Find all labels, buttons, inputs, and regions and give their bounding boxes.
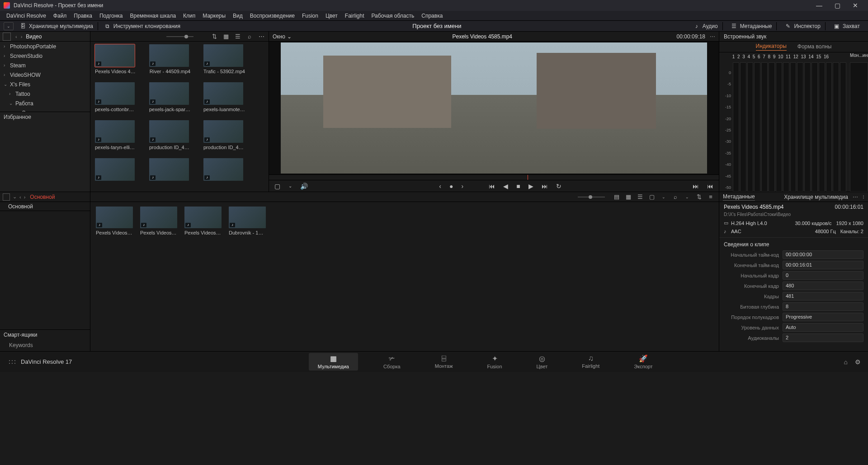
chevron-down-icon[interactable]: ⌄ [684, 193, 691, 201]
viewer-mode-select[interactable]: Окно⌄ [273, 33, 292, 40]
pool-view-strip-icon[interactable]: ▤ [613, 193, 620, 201]
favorites-section[interactable]: Избранное [0, 112, 90, 122]
pool-opt-icon[interactable]: ≡ [707, 193, 714, 201]
pool-clip[interactable]: ♪Pexels Videos 141... [96, 207, 133, 235]
pool-clip[interactable]: ♪Pexels Videos 139... [140, 207, 177, 235]
minimize-button[interactable]: — [810, 2, 828, 9]
meta-field-value[interactable]: 2 [783, 333, 863, 342]
tree-item[interactable]: ⌄X's Files [0, 80, 90, 89]
menu-davinci resolve[interactable]: DaVinci Resolve [3, 13, 50, 19]
page-fusion[interactable]: ✦Fusion [478, 353, 511, 371]
menu-правка[interactable]: Правка [70, 13, 96, 19]
pool-search-icon[interactable]: ⌕ [672, 193, 679, 201]
tree-item[interactable]: ⌄Работа [0, 99, 90, 108]
menu-маркеры[interactable]: Маркеры [199, 13, 229, 19]
pool-view-thumb-icon[interactable]: ▦ [625, 193, 632, 201]
tree-item[interactable]: ›VideoSHOW [0, 70, 90, 80]
meta-field-value[interactable]: Auto [783, 323, 863, 332]
bin-master[interactable]: Основной [0, 202, 90, 211]
metadata-panel-toggle[interactable]: ☰Метаданные [726, 22, 777, 30]
pool-thumb-slider[interactable] [578, 197, 605, 197]
bins-back[interactable]: ‹ [19, 194, 21, 200]
meta-field-value[interactable]: 480 [783, 282, 863, 290]
meta-field-value[interactable]: 8 [783, 302, 863, 311]
mark-clip-icon[interactable]: ● [449, 183, 453, 190]
nav-back[interactable]: ‹ [14, 34, 19, 39]
tree-item[interactable]: ›PhotoshopPortable [0, 42, 90, 51]
page-монтаж[interactable]: ⌸Монтаж [426, 353, 462, 371]
go-last-icon[interactable]: ⏭ [542, 183, 548, 190]
menu-воспроизведение[interactable]: Воспроизведение [246, 13, 298, 19]
match-frame-icon[interactable]: ▢ [274, 183, 280, 190]
menu-клип[interactable]: Клип [179, 13, 199, 19]
chevron-down-icon[interactable]: ⌄ [660, 193, 667, 201]
menu-цвет[interactable]: Цвет [322, 13, 341, 19]
tab-indicators[interactable]: Индикаторы [756, 43, 787, 51]
page-экспорт[interactable]: 🚀Экспорт [625, 353, 661, 371]
media-thumbnail[interactable]: ♪Trafic - 53902.mp4 [203, 44, 245, 74]
go-first-icon[interactable]: ⏮ [489, 183, 495, 190]
page-мультимедиа[interactable]: ▦Мультимедиа [309, 353, 358, 371]
menu-рабочая область[interactable]: Рабочая область [368, 13, 418, 19]
menu-временная шкала[interactable]: Временная шкала [127, 13, 180, 19]
meta-more-icon[interactable]: ⋯ [853, 194, 858, 200]
media-thumbnail[interactable]: ♪production ID_43407... [203, 120, 245, 150]
play-icon[interactable]: ▶ [528, 183, 533, 190]
tab-metadata[interactable]: Метаданные [723, 193, 755, 201]
audio-panel-toggle[interactable]: ♪Аудио [689, 22, 723, 30]
menu-справка[interactable]: Справка [418, 13, 446, 19]
video-frame[interactable] [281, 42, 707, 174]
pool-clip[interactable]: ♪Dubrovnik - 1286... [229, 207, 266, 235]
meta-options-icon[interactable]: ⁝ [863, 194, 864, 200]
clone-tool-toggle[interactable]: ⧉Инструмент клонирования [100, 22, 185, 30]
menu-fusion[interactable]: Fusion [298, 13, 322, 19]
page-fairlight[interactable]: ♫Fairlight [573, 353, 609, 371]
media-thumbnail[interactable]: ♪pexels-cottonbro-54... [95, 82, 137, 112]
search-icon[interactable]: ⌕ [246, 33, 253, 40]
media-thumbnail[interactable]: ♪ [149, 158, 191, 183]
page-цвет[interactable]: ◎Цвет [528, 353, 557, 371]
browser-more-icon[interactable]: ⋯ [258, 33, 265, 40]
smart-bins-section[interactable]: Смарт-ящики [0, 329, 90, 339]
view-thumb-icon[interactable]: ▦ [222, 33, 230, 40]
play-reverse-icon[interactable]: ◀ [503, 183, 508, 190]
meta-field-value[interactable]: 00:00:16:01 [783, 261, 863, 269]
tree-item[interactable]: ›ScreenStudio [0, 51, 90, 61]
panel-pin-icon[interactable] [3, 33, 11, 41]
next-clip-icon[interactable]: ⏭ [693, 183, 699, 190]
meta-field-value[interactable]: 0 [783, 271, 863, 280]
menu-файл[interactable]: Файл [50, 13, 71, 19]
thumb-size-slider[interactable] [166, 36, 193, 37]
pool-sort-icon[interactable]: ⇅ [695, 193, 703, 201]
smart-bin-keywords[interactable]: Keywords [0, 339, 90, 351]
panel-pin-icon[interactable] [3, 193, 10, 201]
pool-view-list-icon[interactable]: ☰ [637, 193, 644, 201]
media-thumbnail[interactable]: ♪pexels-taryn-elliott-5... [95, 120, 137, 150]
prev-clip-icon[interactable]: ⏮ [707, 183, 713, 190]
volume-icon[interactable]: 🔊 [300, 183, 308, 190]
page-сборка[interactable]: ✃Сборка [374, 353, 410, 371]
close-button[interactable]: ✕ [846, 2, 864, 9]
pool-clip[interactable]: ♪Pexels Videos 458... [184, 207, 222, 235]
media-thumbnail[interactable]: ♪ [95, 158, 137, 183]
mark-out-icon[interactable]: › [462, 183, 464, 190]
menu-подгонка[interactable]: Подгонка [96, 13, 127, 19]
viewer-options-icon[interactable]: ⋯ [710, 33, 715, 40]
menu-вид[interactable]: Вид [229, 13, 246, 19]
media-thumbnail[interactable]: ♪pexels-jack-sparrow-... [149, 82, 191, 112]
mark-in-icon[interactable]: ‹ [439, 183, 441, 190]
media-thumbnail[interactable]: ♪production ID_42649... [149, 120, 191, 150]
maximize-button[interactable]: ▢ [828, 2, 846, 9]
bins-forward[interactable]: › [24, 194, 26, 200]
meta-field-value[interactable]: 481 [783, 292, 863, 301]
stop-icon[interactable]: ■ [516, 183, 520, 190]
media-thumbnail[interactable]: ♪pexels-luanmote-66... [203, 82, 245, 112]
meta-field-value[interactable]: 00:00:00:00 [783, 250, 863, 259]
home-icon[interactable]: ⌂ [844, 358, 848, 366]
nav-forward[interactable]: › [19, 34, 24, 39]
tab-waveform[interactable]: Форма волны [797, 43, 832, 51]
media-thumbnail[interactable]: ♪Pexels Videos 4585... [95, 44, 137, 74]
tree-item[interactable]: ›Tattoo [0, 89, 90, 99]
media-storage-toggle[interactable]: 🗄Хранилище мультимедиа [15, 22, 98, 30]
loop-icon[interactable]: ↻ [556, 183, 561, 190]
